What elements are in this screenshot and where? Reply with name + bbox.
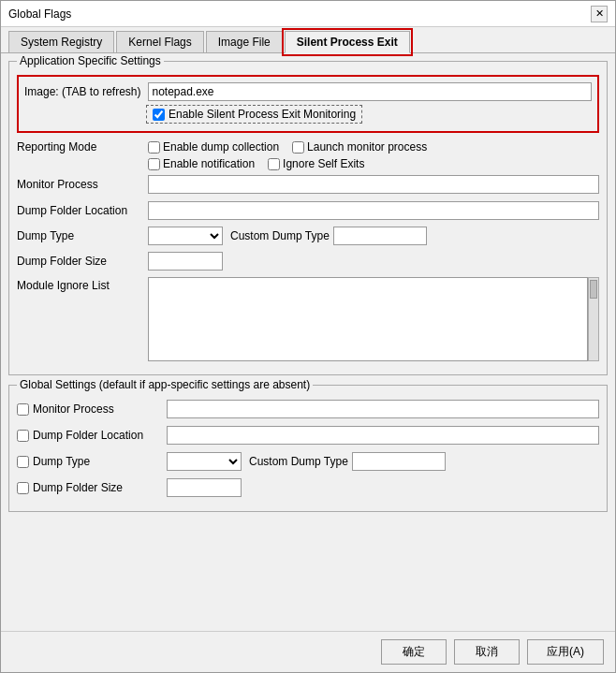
tab-system-registry[interactable]: System Registry xyxy=(8,31,114,52)
main-window: Global Flags ✕ System Registry Kernel Fl… xyxy=(0,0,616,673)
title-bar: Global Flags ✕ xyxy=(1,1,615,27)
global-monitor-process-checkbox[interactable] xyxy=(17,403,29,416)
global-dump-folder-input[interactable] xyxy=(167,426,599,445)
global-settings-content: Monitor Process Dump Folder Location xyxy=(17,399,599,498)
dump-type-label: Dump Type xyxy=(17,229,148,242)
apply-button[interactable]: 应用(A) xyxy=(527,639,604,665)
enable-monitoring-label: Enable Silent Process Exit Monitoring xyxy=(169,108,356,121)
dump-folder-row: Dump Folder Location xyxy=(17,200,599,221)
image-highlight-section: Image: (TAB to refresh) Enable Silent Pr… xyxy=(17,75,599,133)
app-specific-content: Image: (TAB to refresh) Enable Silent Pr… xyxy=(17,75,599,361)
enable-dump-checkbox[interactable] xyxy=(148,141,160,154)
monitor-process-row: Monitor Process xyxy=(17,174,599,195)
module-ignore-scrollbar[interactable] xyxy=(588,277,599,361)
reporting-mode-row2: Enable notification Ignore Self Exits xyxy=(17,157,599,170)
reporting-mode-row: Reporting Mode Enable dump collection La… xyxy=(17,140,599,154)
dump-folder-input[interactable] xyxy=(148,201,599,220)
scrollbar-thumb xyxy=(590,280,597,299)
footer: 确定 取消 应用(A) xyxy=(1,631,615,672)
module-ignore-row: Module Ignore List xyxy=(17,277,599,361)
global-dump-folder-row: Dump Folder Location xyxy=(17,425,599,446)
dump-type-select[interactable] xyxy=(148,227,223,245)
window-title: Global Flags xyxy=(8,7,71,21)
app-specific-title: Application Specific Settings xyxy=(17,54,164,67)
enable-notification-label: Enable notification xyxy=(163,157,255,170)
tab-bar: System Registry Kernel Flags Image File … xyxy=(1,27,615,53)
enable-monitoring-row: Enable Silent Process Exit Monitoring xyxy=(146,105,592,124)
reporting-checkboxes2: Enable notification Ignore Self Exits xyxy=(148,157,364,170)
main-content: Application Specific Settings Image: (TA… xyxy=(1,53,615,631)
image-input[interactable] xyxy=(148,82,592,101)
dump-folder-size-label: Dump Folder Size xyxy=(17,255,148,268)
dump-folder-label: Dump Folder Location xyxy=(17,204,148,217)
enable-notification-item: Enable notification xyxy=(148,157,255,170)
global-dump-type-select[interactable] xyxy=(167,452,242,471)
module-ignore-textarea[interactable] xyxy=(148,277,588,361)
global-dump-size-input[interactable] xyxy=(167,478,242,497)
global-monitor-process-input[interactable] xyxy=(167,400,599,418)
launch-monitor-label: Launch monitor process xyxy=(307,140,427,154)
ok-button[interactable]: 确定 xyxy=(381,639,447,665)
launch-monitor-item: Launch monitor process xyxy=(292,140,427,154)
ignore-self-label: Ignore Self Exits xyxy=(283,157,364,170)
image-label: Image: (TAB to refresh) xyxy=(24,85,140,98)
global-dump-size-label: Dump Folder Size xyxy=(17,481,167,494)
global-monitor-process-label: Monitor Process xyxy=(17,402,167,416)
enable-notification-checkbox[interactable] xyxy=(148,158,160,170)
cancel-button[interactable]: 取消 xyxy=(454,639,520,665)
dump-folder-size-input[interactable] xyxy=(148,252,223,271)
ignore-self-checkbox[interactable] xyxy=(268,158,280,170)
global-monitor-process-row: Monitor Process xyxy=(17,399,599,419)
image-row: Image: (TAB to refresh) xyxy=(24,82,592,101)
custom-dump-label: Custom Dump Type xyxy=(230,229,330,242)
global-settings-group: Global Settings (default if app-specific… xyxy=(8,385,608,512)
global-dump-type-checkbox[interactable] xyxy=(17,456,29,468)
tab-silent-process-exit[interactable]: Silent Process Exit xyxy=(285,31,410,53)
global-settings-title: Global Settings (default if app-specific… xyxy=(17,378,313,391)
reporting-checkboxes: Enable dump collection Launch monitor pr… xyxy=(148,140,427,154)
enable-monitoring-checkbox[interactable] xyxy=(153,109,165,121)
enable-dump-item: Enable dump collection xyxy=(148,140,279,154)
global-dump-type-row: Dump Type Custom Dump Type xyxy=(17,451,599,472)
enable-dump-label: Enable dump collection xyxy=(163,140,279,154)
close-button[interactable]: ✕ xyxy=(591,6,608,22)
launch-monitor-checkbox[interactable] xyxy=(292,141,304,154)
global-dump-folder-checkbox[interactable] xyxy=(17,430,29,442)
global-custom-dump-input[interactable] xyxy=(352,452,446,471)
monitor-process-input[interactable] xyxy=(148,175,599,194)
ignore-self-item: Ignore Self Exits xyxy=(268,157,364,170)
reporting-mode-label: Reporting Mode xyxy=(17,140,148,154)
monitor-process-label: Monitor Process xyxy=(17,178,148,191)
global-dump-size-checkbox[interactable] xyxy=(17,482,29,494)
tab-image-file[interactable]: Image File xyxy=(206,31,283,52)
enable-monitoring-outline: Enable Silent Process Exit Monitoring xyxy=(146,105,362,124)
dump-folder-size-row: Dump Folder Size xyxy=(17,251,599,271)
global-dump-size-row: Dump Folder Size xyxy=(17,477,599,498)
tab-kernel-flags[interactable]: Kernel Flags xyxy=(116,31,203,52)
app-specific-group: Application Specific Settings Image: (TA… xyxy=(8,61,608,375)
global-dump-type-label: Dump Type xyxy=(17,455,167,468)
module-ignore-label: Module Ignore List xyxy=(17,277,148,292)
custom-dump-input[interactable] xyxy=(333,227,427,245)
dump-type-row: Dump Type Custom Dump Type xyxy=(17,227,599,245)
global-dump-folder-label: Dump Folder Location xyxy=(17,429,167,442)
global-custom-dump-label: Custom Dump Type xyxy=(249,455,348,468)
